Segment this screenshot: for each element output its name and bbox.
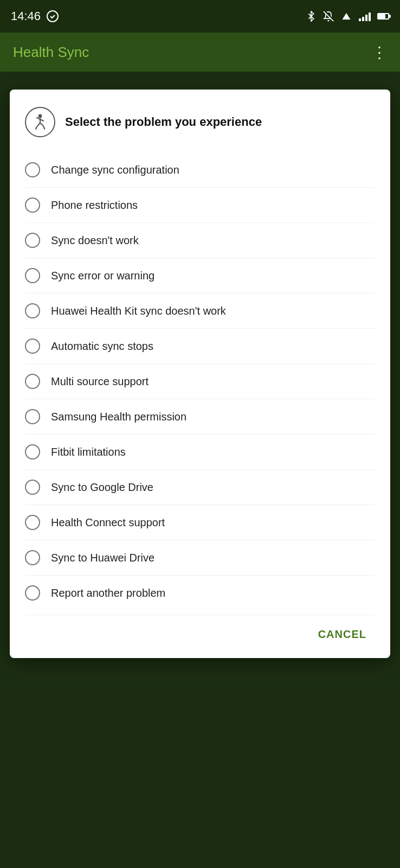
status-time: 14:46 bbox=[11, 9, 41, 23]
radio-label-automatic-sync-stops: Automatic sync stops bbox=[51, 340, 153, 353]
radio-circle-multi-source-support bbox=[25, 374, 40, 389]
radio-label-health-connect-support: Health Connect support bbox=[51, 516, 165, 529]
overflow-menu-icon[interactable]: ⋮ bbox=[372, 43, 387, 61]
dialog-header: Select the problem you experience bbox=[25, 107, 375, 137]
radio-option-fitbit-limitations[interactable]: Fitbit limitations bbox=[25, 434, 375, 469]
radio-label-phone-restrictions: Phone restrictions bbox=[51, 199, 138, 212]
radio-option-automatic-sync-stops[interactable]: Automatic sync stops bbox=[25, 328, 375, 363]
radio-label-sync-error-warning: Sync error or warning bbox=[51, 270, 154, 282]
radio-label-sync-google-drive: Sync to Google Drive bbox=[51, 481, 153, 494]
radio-circle-huawei-health-kit bbox=[25, 303, 40, 318]
svg-marker-2 bbox=[343, 13, 351, 20]
radio-option-phone-restrictions[interactable]: Phone restrictions bbox=[25, 187, 375, 222]
radio-circle-fitbit-limitations bbox=[25, 444, 40, 459]
radio-option-sync-huawei-drive[interactable]: Sync to Huawei Drive bbox=[25, 540, 375, 575]
svg-point-0 bbox=[47, 11, 58, 22]
svg-line-9 bbox=[40, 123, 43, 126]
radio-option-multi-source-support[interactable]: Multi source support bbox=[25, 363, 375, 399]
cancel-button[interactable]: CANCEL bbox=[309, 624, 375, 645]
radio-circle-samsung-health-permission bbox=[25, 409, 40, 424]
radio-option-health-connect-support[interactable]: Health Connect support bbox=[25, 505, 375, 540]
signal-bars-icon bbox=[359, 11, 371, 21]
svg-line-7 bbox=[37, 123, 40, 127]
radio-circle-phone-restrictions bbox=[25, 197, 40, 213]
radio-option-samsung-health-permission[interactable]: Samsung Health permission bbox=[25, 399, 375, 434]
radio-option-sync-error-warning[interactable]: Sync error or warning bbox=[25, 258, 375, 293]
radio-option-report-another-problem[interactable]: Report another problem bbox=[25, 575, 375, 610]
svg-line-8 bbox=[36, 127, 37, 130]
radio-option-change-sync-config[interactable]: Change sync configuration bbox=[25, 152, 375, 187]
problem-selection-dialog: Select the problem you experience Change… bbox=[10, 90, 390, 658]
radio-circle-change-sync-config bbox=[25, 162, 40, 177]
status-bar-left: 14:46 bbox=[11, 9, 59, 23]
radio-circle-report-another-problem bbox=[25, 585, 40, 601]
bell-mute-icon bbox=[323, 11, 334, 22]
runner-icon bbox=[25, 107, 55, 137]
radio-circle-sync-error-warning bbox=[25, 268, 40, 283]
radio-label-multi-source-support: Multi source support bbox=[51, 375, 149, 388]
battery-icon bbox=[377, 13, 389, 20]
options-list: Change sync configurationPhone restricti… bbox=[25, 152, 375, 610]
svg-line-10 bbox=[43, 126, 45, 130]
radio-label-fitbit-limitations: Fitbit limitations bbox=[51, 446, 126, 458]
radio-option-sync-google-drive[interactable]: Sync to Google Drive bbox=[25, 469, 375, 505]
svg-line-1 bbox=[324, 11, 333, 21]
status-bar-right bbox=[306, 11, 389, 22]
radio-label-huawei-health-kit: Huawei Health Kit sync doesn't work bbox=[51, 305, 226, 317]
radio-label-samsung-health-permission: Samsung Health permission bbox=[51, 411, 186, 423]
app-bar: Health Sync ⋮ bbox=[0, 33, 400, 72]
svg-point-3 bbox=[38, 114, 42, 118]
radio-circle-sync-huawei-drive bbox=[25, 550, 40, 565]
app-title: Health Sync bbox=[13, 44, 89, 61]
radio-circle-health-connect-support bbox=[25, 515, 40, 530]
radio-circle-automatic-sync-stops bbox=[25, 339, 40, 354]
dialog-footer: CANCEL bbox=[25, 615, 375, 645]
status-bar: 14:46 bbox=[0, 0, 400, 33]
check-circle-icon bbox=[46, 10, 59, 23]
dialog-title: Select the problem you experience bbox=[65, 114, 262, 130]
radio-circle-sync-google-drive bbox=[25, 480, 40, 495]
wifi-icon bbox=[340, 11, 352, 21]
radio-label-sync-huawei-drive: Sync to Huawei Drive bbox=[51, 552, 154, 564]
bluetooth-icon bbox=[306, 11, 317, 22]
radio-circle-sync-doesnt-work bbox=[25, 233, 40, 248]
radio-label-change-sync-config: Change sync configuration bbox=[51, 164, 179, 176]
radio-label-sync-doesnt-work: Sync doesn't work bbox=[51, 234, 139, 247]
radio-option-sync-doesnt-work[interactable]: Sync doesn't work bbox=[25, 222, 375, 258]
radio-option-huawei-health-kit[interactable]: Huawei Health Kit sync doesn't work bbox=[25, 293, 375, 328]
radio-label-report-another-problem: Report another problem bbox=[51, 587, 165, 599]
